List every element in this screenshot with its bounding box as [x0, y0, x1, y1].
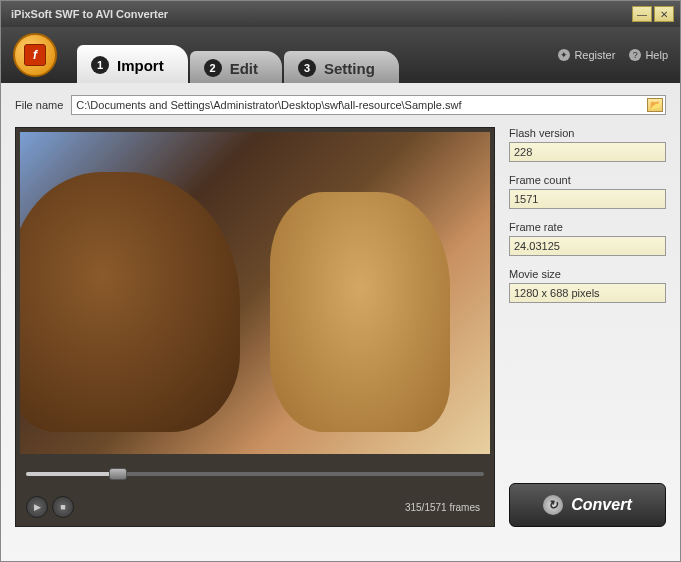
header-links: ✦ Register ? Help: [558, 49, 668, 61]
movie-size-label: Movie size: [509, 268, 666, 280]
window-title: iPixSoft SWF to AVI Converter: [7, 8, 630, 20]
tab-label: Edit: [230, 60, 258, 77]
file-path-text: C:\Documents and Settings\Administrator\…: [76, 99, 461, 111]
preview-image: [20, 172, 240, 432]
flash-icon: f: [24, 44, 46, 66]
field-frame-count: Frame count 1571: [509, 174, 666, 209]
close-button[interactable]: ✕: [654, 6, 674, 22]
seek-row: [20, 454, 490, 494]
app-window: iPixSoft SWF to AVI Converter — ✕ f 1 Im…: [0, 0, 681, 562]
file-name-label: File name: [15, 99, 63, 111]
register-link[interactable]: ✦ Register: [558, 49, 615, 61]
tab-import[interactable]: 1 Import: [77, 45, 188, 83]
tab-number: 2: [204, 59, 222, 77]
convert-icon: ↻: [543, 495, 563, 515]
help-icon: ?: [629, 49, 641, 61]
playback-controls: ▶ ■ 315/1571 frames: [20, 494, 490, 522]
help-label: Help: [645, 49, 668, 61]
flash-version-label: Flash version: [509, 127, 666, 139]
frame-count-label: Frame count: [509, 174, 666, 186]
play-button[interactable]: ▶: [26, 496, 48, 518]
convert-label: Convert: [571, 496, 631, 514]
minimize-button[interactable]: —: [632, 6, 652, 22]
file-path-input[interactable]: C:\Documents and Settings\Administrator\…: [71, 95, 666, 115]
frame-rate-label: Frame rate: [509, 221, 666, 233]
movie-size-value: 1280 x 688 pixels: [509, 283, 666, 303]
preview-image: [270, 192, 450, 432]
header: f 1 Import 2 Edit 3 Setting ✦ Register ?: [1, 27, 680, 83]
app-logo: f: [13, 33, 57, 77]
tab-edit[interactable]: 2 Edit: [190, 51, 282, 83]
seek-fill: [26, 472, 118, 476]
convert-button[interactable]: ↻ Convert: [509, 483, 666, 527]
tabs: 1 Import 2 Edit 3 Setting: [77, 27, 401, 83]
frame-rate-value: 24.03125: [509, 236, 666, 256]
body: File name C:\Documents and Settings\Admi…: [1, 83, 680, 539]
tab-label: Setting: [324, 60, 375, 77]
stop-button[interactable]: ■: [52, 496, 74, 518]
preview-panel: ▶ ■ 315/1571 frames: [15, 127, 495, 527]
key-icon: ✦: [558, 49, 570, 61]
seek-thumb[interactable]: [109, 468, 127, 480]
seek-slider[interactable]: [26, 472, 484, 476]
tab-number: 3: [298, 59, 316, 77]
field-flash-version: Flash version 228: [509, 127, 666, 162]
help-link[interactable]: ? Help: [629, 49, 668, 61]
titlebar: iPixSoft SWF to AVI Converter — ✕: [1, 1, 680, 27]
field-frame-rate: Frame rate 24.03125: [509, 221, 666, 256]
frame-count-value: 1571: [509, 189, 666, 209]
file-row: File name C:\Documents and Settings\Admi…: [15, 95, 666, 115]
tab-setting[interactable]: 3 Setting: [284, 51, 399, 83]
video-preview: [20, 132, 490, 454]
browse-folder-icon[interactable]: 📂: [647, 98, 663, 112]
field-movie-size: Movie size 1280 x 688 pixels: [509, 268, 666, 303]
flash-version-value: 228: [509, 142, 666, 162]
info-panel: Flash version 228 Frame count 1571 Frame…: [509, 127, 666, 527]
frame-counter: 315/1571 frames: [405, 502, 484, 513]
tab-number: 1: [91, 56, 109, 74]
content: ▶ ■ 315/1571 frames Flash version 228 Fr…: [15, 127, 666, 527]
tab-label: Import: [117, 57, 164, 74]
register-label: Register: [574, 49, 615, 61]
